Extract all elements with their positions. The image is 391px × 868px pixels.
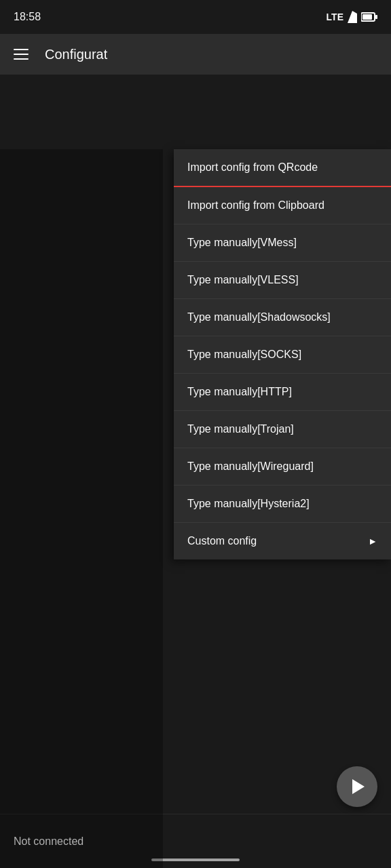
menu-item-http-label: Type manually[HTTP] [187, 386, 292, 398]
menu-item-import-clipboard[interactable]: Import config from Clipboard [174, 187, 391, 224]
app-bar: Configurat [0, 34, 391, 75]
content-area: Import config from QRcode Import config … [0, 75, 391, 868]
home-indicator [151, 859, 240, 861]
menu-item-socks[interactable]: Type manually[SOCKS] [174, 336, 391, 374]
status-icons: LTE [327, 11, 377, 23]
app-title: Configurat [45, 47, 107, 62]
hamburger-line-3 [14, 58, 29, 60]
menu-item-vmess[interactable]: Type manually[VMess] [174, 224, 391, 262]
menu-item-custom-label: Custom config [187, 535, 257, 547]
svg-marker-0 [348, 11, 357, 23]
status-bar: 18:58 LTE [0, 0, 391, 34]
svg-rect-3 [375, 15, 377, 19]
menu-item-http[interactable]: Type manually[HTTP] [174, 374, 391, 411]
menu-item-import-qr[interactable]: Import config from QRcode [174, 149, 391, 187]
menu-item-hysteria2-label: Type manually[Hysteria2] [187, 498, 310, 510]
lte-label: LTE [327, 12, 343, 22]
menu-item-wireguard-label: Type manually[Wireguard] [187, 460, 314, 473]
menu-item-vless-label: Type manually[VLESS] [187, 274, 299, 286]
menu-item-trojan[interactable]: Type manually[Trojan] [174, 411, 391, 448]
menu-item-import-qr-label: Import config from QRcode [187, 161, 318, 174]
menu-item-wireguard[interactable]: Type manually[Wireguard] [174, 448, 391, 486]
menu-overlay[interactable] [0, 149, 163, 868]
battery-icon [361, 12, 377, 22]
hamburger-line-1 [14, 49, 29, 50]
menu-item-import-clipboard-label: Import config from Clipboard [187, 199, 324, 212]
menu-item-vless[interactable]: Type manually[VLESS] [174, 262, 391, 299]
menu-item-vmess-label: Type manually[VMess] [187, 237, 297, 249]
signal-icon [348, 11, 357, 23]
menu-item-shadowsocks[interactable]: Type manually[Shadowsocks] [174, 299, 391, 336]
chevron-right-icon: ► [368, 536, 377, 547]
dropdown-menu: Import config from QRcode Import config … [174, 149, 391, 559]
menu-item-trojan-label: Type manually[Trojan] [187, 423, 294, 435]
menu-item-socks-label: Type manually[SOCKS] [187, 349, 301, 361]
play-icon [352, 779, 365, 794]
hamburger-line-2 [14, 54, 29, 55]
hamburger-menu-button[interactable] [11, 46, 31, 62]
connect-fab-button[interactable] [337, 766, 377, 807]
status-time: 18:58 [14, 11, 41, 23]
menu-item-shadowsocks-label: Type manually[Shadowsocks] [187, 311, 331, 323]
menu-item-hysteria2[interactable]: Type manually[Hysteria2] [174, 486, 391, 523]
svg-rect-2 [362, 14, 372, 20]
menu-item-custom[interactable]: Custom config ► [174, 523, 391, 559]
